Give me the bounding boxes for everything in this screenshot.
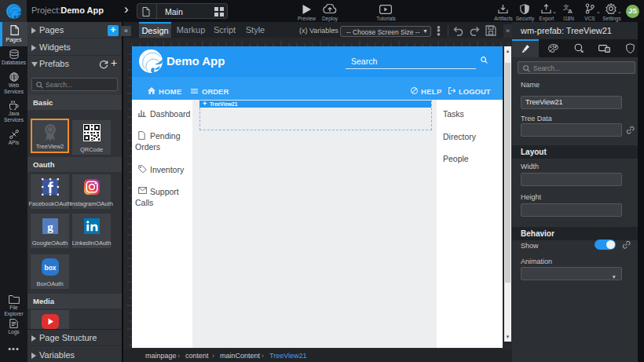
- svg-text:g: g: [47, 221, 53, 233]
- svg-text:A: A: [568, 8, 573, 14]
- svg-text:box: box: [44, 264, 56, 272]
